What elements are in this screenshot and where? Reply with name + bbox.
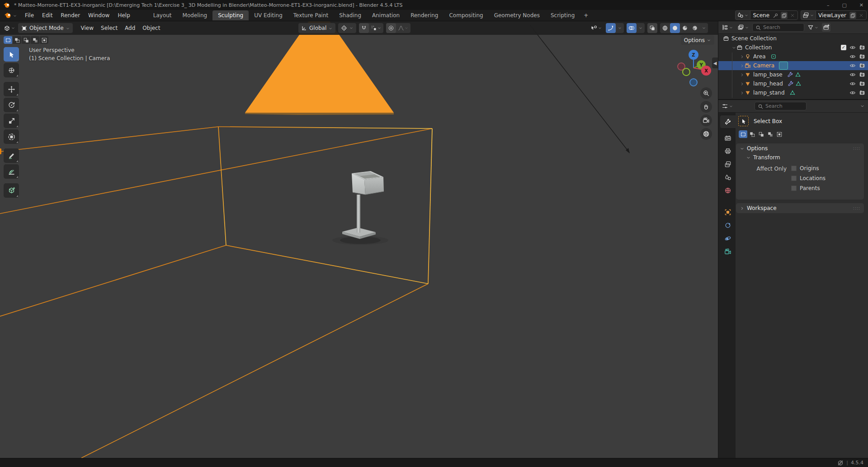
transform-subpanel-header[interactable]: Transform — [736, 153, 864, 162]
mode-dropdown[interactable]: Object Mode — [18, 23, 73, 33]
properties-search[interactable] — [755, 102, 807, 110]
tool-transform-button[interactable] — [4, 129, 19, 144]
expand-icon[interactable] — [739, 63, 745, 68]
gizmo-neg-z-axis[interactable] — [689, 78, 698, 86]
checkbox-origins[interactable] — [791, 166, 797, 171]
hide-in-viewport-icon[interactable] — [849, 62, 856, 69]
new-scene-icon[interactable] — [781, 12, 788, 19]
chevron-down-icon[interactable] — [637, 23, 645, 33]
pivot-point-dropdown[interactable] — [338, 23, 356, 33]
hide-in-viewport-icon[interactable] — [849, 90, 856, 96]
tool-annotate-button[interactable] — [4, 148, 19, 163]
workspace-tab-scripting[interactable]: Scripting — [545, 10, 580, 20]
viewlayer-name[interactable]: ViewLayer — [818, 12, 846, 19]
nav-zoom-button[interactable] — [700, 87, 712, 99]
properties-tab-constraints[interactable] — [720, 219, 736, 232]
select-mode-invert[interactable] — [31, 36, 39, 44]
snap-target-button[interactable] — [369, 23, 383, 33]
expand-icon[interactable] — [739, 54, 745, 59]
checkbox-parents[interactable] — [791, 186, 797, 191]
add-workspace-button[interactable]: + — [580, 10, 592, 20]
window-close-button[interactable]: ✕ — [859, 2, 863, 8]
blender-app-menu-button[interactable] — [3, 11, 19, 20]
viewport-menu-view[interactable]: View — [77, 24, 97, 33]
menu-render[interactable]: Render — [57, 11, 84, 20]
disable-in-renders-icon[interactable] — [859, 62, 865, 69]
disable-in-renders-icon[interactable] — [859, 71, 865, 78]
lamp-object[interactable] — [332, 171, 388, 245]
shading-material-button[interactable] — [680, 23, 690, 33]
pin-icon[interactable] — [773, 12, 778, 19]
expand-icon[interactable] — [739, 91, 745, 95]
hide-in-viewport-icon[interactable] — [849, 81, 856, 87]
select-mode-intersect[interactable] — [40, 36, 48, 44]
window-minimize-button[interactable]: – — [827, 2, 830, 8]
collapse-icon[interactable] — [731, 45, 736, 50]
properties-tab-object-data[interactable] — [720, 245, 736, 258]
tool-add-cube-button[interactable] — [4, 183, 19, 198]
lamp-head[interactable] — [352, 171, 384, 195]
viewport-canvas[interactable] — [0, 21, 718, 458]
outliner-label-lamp_stand[interactable]: lamp_stand — [753, 90, 785, 96]
area-light-cone[interactable] — [245, 21, 394, 115]
disable-in-renders-icon[interactable] — [859, 81, 865, 87]
workspace-tab-animation[interactable]: Animation — [367, 10, 405, 20]
menu-edit[interactable]: Edit — [38, 11, 57, 20]
navigation-gizmo[interactable]: Z Y X — [676, 48, 717, 91]
new-collection-button[interactable] — [822, 23, 830, 32]
hide-in-viewport-icon[interactable] — [849, 71, 856, 78]
gizmos-toggle[interactable] — [606, 23, 624, 33]
scene-browse-button[interactable] — [735, 10, 750, 20]
checkbox-locations[interactable] — [791, 176, 797, 181]
disable-in-renders-icon[interactable] — [859, 44, 865, 51]
outliner-search[interactable] — [752, 23, 804, 32]
disable-in-renders-icon[interactable] — [859, 90, 865, 96]
workspace-tab-texture-paint[interactable]: Texture Paint — [288, 10, 334, 20]
hide-in-viewport-icon[interactable] — [849, 44, 856, 51]
gizmo-neg-y-axis[interactable] — [682, 68, 690, 76]
toolbar-region-handle[interactable] — [0, 148, 1, 154]
properties-options-button[interactable] — [859, 103, 866, 110]
workspace-tab-layout[interactable]: Layout — [148, 10, 177, 20]
select-mode-intersect[interactable] — [775, 130, 783, 138]
snap-toggle[interactable] — [359, 23, 369, 33]
panel-grip-icon[interactable]: :::: — [853, 206, 860, 210]
light-ray-line[interactable] — [530, 25, 630, 153]
menu-help[interactable]: Help — [113, 11, 134, 20]
workspace-tab-modeling[interactable]: Modeling — [177, 10, 213, 20]
select-mode-invert[interactable] — [766, 130, 774, 138]
select-mode-set[interactable] — [4, 36, 12, 44]
outliner-search-input[interactable] — [763, 24, 801, 30]
options-dropdown[interactable]: Options — [681, 35, 714, 45]
tool-move-button[interactable] — [4, 82, 19, 96]
tool-scale-button[interactable] — [4, 114, 19, 128]
properties-tab-render[interactable] — [720, 132, 736, 144]
overlays-toggle[interactable] — [627, 23, 645, 33]
select-mode-extend[interactable] — [13, 36, 21, 44]
chevron-down-icon[interactable] — [616, 23, 624, 33]
chevron-down-icon[interactable] — [700, 23, 708, 33]
sidebar-toggle-arrow[interactable]: ◀ — [712, 57, 718, 68]
select-mode-extend[interactable] — [748, 130, 756, 138]
outliner-row-camera[interactable]: Camera — [718, 61, 868, 70]
properties-tab-scene[interactable] — [720, 171, 736, 184]
nav-pan-button[interactable] — [700, 101, 712, 113]
workspace-panel-header[interactable]: Workspace :::: — [736, 203, 864, 213]
menu-file[interactable]: File — [21, 11, 38, 20]
workspace-tab-compositing[interactable]: Compositing — [443, 10, 488, 20]
tool-measure-button[interactable] — [4, 164, 19, 179]
outliner-row-collection[interactable]: Collection✓ — [718, 43, 868, 52]
properties-editor-type-button[interactable] — [721, 102, 734, 110]
properties-tab-object[interactable] — [720, 206, 736, 219]
tool-cursor-button[interactable] — [4, 63, 19, 77]
shading-wireframe-button[interactable] — [660, 23, 670, 33]
xray-toggle[interactable] — [647, 23, 657, 33]
viewport-menu-select[interactable]: Select — [97, 24, 121, 33]
camera-data-highlight[interactable] — [779, 62, 788, 70]
shading-rendered-button[interactable] — [690, 23, 700, 33]
window-maximize-button[interactable]: ▢ — [842, 2, 846, 8]
gizmos-button[interactable] — [606, 23, 616, 33]
panel-grip-icon[interactable]: :::: — [853, 146, 860, 151]
properties-tab-output[interactable] — [720, 145, 736, 157]
show-gizmo-dropdown[interactable] — [590, 24, 603, 33]
